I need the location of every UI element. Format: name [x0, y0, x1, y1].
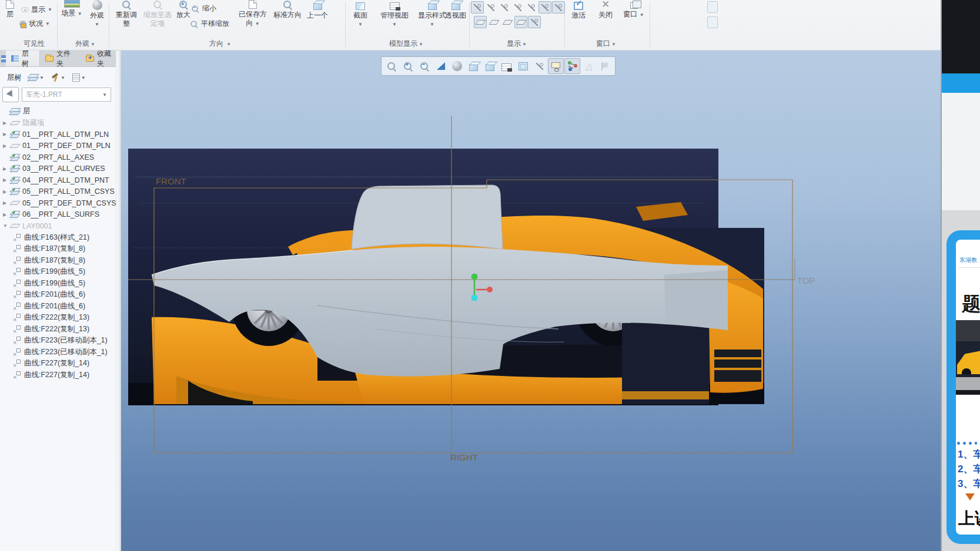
csys-tag-toggle[interactable]	[552, 1, 565, 14]
view-manager-button[interactable]	[499, 58, 514, 74]
layer-icon	[11, 165, 19, 172]
tree-item[interactable]: 曲线:F201(曲线_6)	[0, 289, 116, 301]
saved-orientations-button[interactable]	[482, 58, 498, 74]
top-datum-label[interactable]: TOP	[797, 276, 815, 285]
axis-display-toggle[interactable]	[471, 1, 484, 14]
curve-icon	[13, 325, 21, 333]
tree-item[interactable]: 03__PRT_ALL_CURVES	[0, 163, 116, 175]
tree-item[interactable]: 曲线:F199(曲线_5)	[0, 278, 116, 290]
axis2-display-toggle[interactable]	[487, 16, 500, 28]
tree-item[interactable]: 05__PRT_DEF_DTM_CSYS	[0, 197, 116, 209]
spin-display-toggle[interactable]	[528, 16, 541, 28]
appearance-button[interactable]: 外观 ▼	[86, 0, 108, 29]
group-separator	[469, 2, 470, 47]
pan-zoom-button[interactable]: 平移缩放	[189, 19, 229, 29]
tree-item[interactable]: 06__PRT_ALL_SURFS	[0, 209, 116, 221]
appearance-group-label[interactable]: 外观▼	[75, 39, 95, 49]
curve-icon	[13, 291, 21, 298]
window-group-label[interactable]: 窗口▼	[596, 39, 616, 49]
model-display-group-label[interactable]: 模型显示▼	[389, 39, 423, 49]
axis-tag-toggle[interactable]	[539, 1, 551, 14]
tab-folder-browser[interactable]: 文件夹	[40, 51, 81, 66]
select-cursor-button[interactable]	[2, 87, 19, 102]
refit-button[interactable]	[383, 58, 399, 74]
tab-layer-tree[interactable]: 层树	[6, 51, 40, 66]
visibility-group-label[interactable]: 可见性	[24, 39, 45, 49]
point-display-toggle[interactable]	[484, 1, 497, 14]
tree-item[interactable]: 曲线:F223(已移动副本_1)	[0, 347, 116, 358]
standard-orientation-button[interactable]: 标准方向	[272, 0, 303, 19]
activate-button[interactable]: 激活	[566, 0, 591, 20]
plane-display-toggle[interactable]	[474, 16, 487, 28]
show-button[interactable]: 显示▼	[21, 5, 52, 15]
tree-item[interactable]: 曲线:F163(样式_21)	[0, 232, 116, 244]
zoom-out-button[interactable]: −	[416, 58, 432, 74]
manage-views-button[interactable]: 管理视图 ▼	[376, 0, 413, 29]
tree-item[interactable]: 曲线:F222(复制_13)	[0, 324, 116, 335]
status-button[interactable]: 状况▼	[19, 19, 50, 29]
display-style-button[interactable]	[466, 58, 481, 74]
zoom-out-button[interactable]: − 缩小	[190, 4, 216, 14]
show-group-label[interactable]: 显示▼	[507, 39, 527, 49]
panel-divider[interactable]	[116, 51, 121, 551]
tree-item[interactable]: 曲线:F227(复制_14)	[0, 358, 116, 369]
previous-cube-icon	[313, 3, 322, 10]
plane-tag-toggle[interactable]	[511, 1, 524, 14]
tree-item[interactable]: 曲线:F187(复制_8)	[0, 255, 116, 267]
layer-list-button[interactable]: ▼	[72, 73, 86, 82]
curve-icon	[13, 314, 21, 321]
tree-item[interactable]: LAY0001	[0, 220, 116, 232]
datum-display-button[interactable]	[531, 58, 547, 74]
dotted-divider	[957, 442, 980, 445]
perspective-button[interactable]	[515, 58, 531, 74]
perspective-button[interactable]: 透视图	[442, 0, 469, 20]
tree-item[interactable]: 05__PRT_ALL_DTM_CSYS	[0, 186, 116, 198]
clipped-toolbar-icon[interactable]	[707, 16, 718, 28]
zoom-to-selection-button[interactable]: 缩放至选定项	[142, 0, 173, 28]
previous-view-button[interactable]: 上一个	[305, 0, 330, 20]
saved-orientations-button[interactable]: 已保存方向 ▼	[236, 0, 269, 28]
tree-item[interactable]: 01__PRT_DEF_DTM_PLN	[0, 140, 116, 152]
plane-icon	[9, 224, 20, 228]
tree-item[interactable]: 曲线:F199(曲线_5)	[0, 266, 116, 278]
point-tag-toggle[interactable]	[525, 1, 538, 14]
tree-item[interactable]: 曲线:F222(复制_13)	[0, 312, 116, 324]
layer-tools-button[interactable]: ▼	[51, 73, 65, 82]
tree-item[interactable]: 曲线:F223(已移动副本_1)	[0, 335, 116, 347]
section-button[interactable]: 截面 ▼	[348, 0, 373, 29]
spin-center-button[interactable]	[564, 58, 580, 74]
tree-item[interactable]: 曲线:F187(复制_8)	[0, 243, 116, 255]
layer-button[interactable]: 层	[1, 0, 19, 19]
zoom-in-button[interactable]: +	[400, 58, 416, 74]
tree-item[interactable]: 04__PRT_ALL_DTM_PNT	[0, 174, 116, 186]
curve-icon	[13, 280, 21, 287]
tree-item[interactable]: 曲线:F201(曲线_6)	[0, 301, 116, 313]
tree-item[interactable]: 层	[0, 106, 116, 117]
tree-item[interactable]: 01__PRT_ALL_DTM_PLN	[0, 129, 116, 140]
tools-icon	[51, 73, 59, 82]
tree-item[interactable]: 02__PRT_ALL_AXES	[0, 152, 116, 163]
clipped-toolbar-icon[interactable]	[707, 1, 718, 13]
right-datum-label[interactable]: RIGHT	[450, 452, 478, 462]
shading-button[interactable]	[449, 58, 465, 74]
front-datum-label[interactable]: FRONT	[156, 176, 186, 186]
tab-favorites[interactable]: 收藏夹	[81, 51, 121, 66]
folder-icon	[45, 56, 53, 62]
side-blue-band	[942, 73, 980, 93]
graphics-viewport[interactable]: FRONT TOP RIGHT	[121, 51, 941, 551]
model-select[interactable]: 车壳-1.PRT ▼	[22, 88, 111, 102]
windows-button[interactable]: 窗口 ▼	[620, 0, 648, 19]
repaint-button[interactable]	[433, 58, 449, 74]
tree-item[interactable]: 隐藏项	[0, 117, 116, 129]
curve-icon	[13, 234, 21, 241]
csys2-display-toggle[interactable]	[514, 16, 527, 28]
refit-button[interactable]: 重新调整	[113, 0, 140, 28]
tree-item[interactable]: 曲线:F227(复制_14)	[0, 369, 116, 381]
orientation-group-label[interactable]: 方向 ▼	[209, 39, 231, 49]
layer-filter-button[interactable]: ▼	[29, 74, 44, 81]
point2-display-toggle[interactable]	[501, 16, 514, 28]
annotation-display-button[interactable]	[548, 58, 564, 74]
close-window-button[interactable]: ✕ 关闭	[594, 0, 617, 19]
csys-display-toggle[interactable]	[498, 1, 511, 14]
scene-button[interactable]: 场景 ▼	[60, 0, 83, 18]
